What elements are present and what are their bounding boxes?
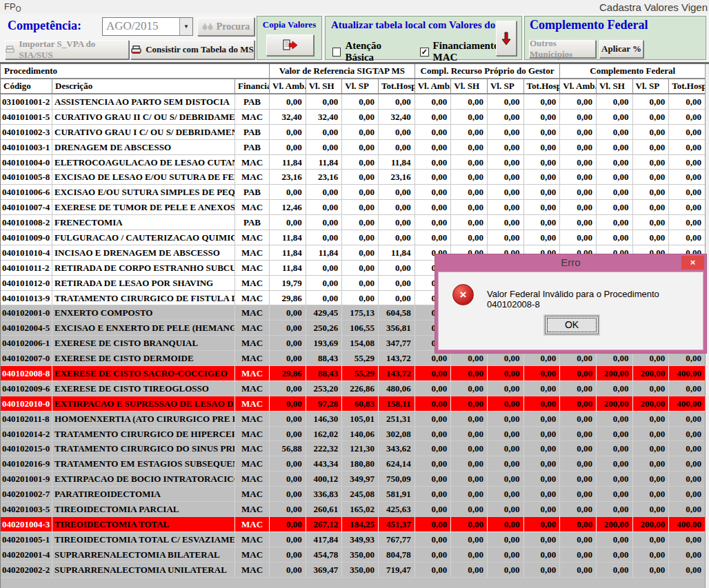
- cell-financiamento[interactable]: MAC: [235, 336, 270, 350]
- cell-valor[interactable]: 0,00: [415, 547, 452, 562]
- table-row[interactable]: 040101007-4EXERESE DE TUMOR DE PELE E AN…: [1, 200, 705, 215]
- cell-valor[interactable]: 0,00: [633, 427, 670, 441]
- cell-valor[interactable]: 0,00: [451, 230, 488, 245]
- cell-valor[interactable]: 0,00: [560, 396, 597, 411]
- cell-valor[interactable]: 0,00: [488, 110, 524, 124]
- cell-valor[interactable]: 0,00: [597, 487, 633, 501]
- cell-valor[interactable]: 162,02: [306, 427, 343, 441]
- cell-valor[interactable]: 0,00: [451, 170, 488, 184]
- cell-descricao[interactable]: EXERESE DE CISTO BRANQUIAL: [52, 336, 235, 350]
- cell-valor[interactable]: 0,00: [379, 185, 415, 199]
- cell-valor[interactable]: 0,00: [342, 110, 379, 124]
- cell-valor[interactable]: 29,86: [270, 366, 306, 381]
- cell-valor[interactable]: 480,06: [379, 381, 415, 396]
- cell-financiamento[interactable]: MAC: [235, 441, 270, 456]
- cell-valor[interactable]: 11,84: [379, 155, 415, 170]
- cell-valor[interactable]: 0,00: [270, 321, 306, 335]
- table-row[interactable]: 031001001-2ASSISTENCIA AO PARTO SEM DIST…: [1, 94, 705, 110]
- cell-valor[interactable]: 0,00: [342, 125, 379, 139]
- cell-valor[interactable]: 350,00: [342, 562, 379, 577]
- cell-financiamento[interactable]: MAC: [235, 170, 270, 184]
- cell-valor[interactable]: 0,00: [451, 547, 488, 562]
- cell-valor[interactable]: 222,32: [306, 441, 343, 456]
- cell-valor[interactable]: 719,47: [379, 562, 415, 577]
- cell-valor[interactable]: 0,00: [488, 230, 524, 245]
- checkbox-atencao-basica[interactable]: Atenção Básica: [332, 40, 409, 63]
- copia-valores-button[interactable]: [266, 34, 314, 56]
- cell-descricao[interactable]: EXERESE DE CISTO SACRO-COCCIGEO: [52, 366, 235, 381]
- cell-valor[interactable]: 0,00: [669, 155, 705, 170]
- cell-valor[interactable]: 0,00: [270, 215, 306, 230]
- cell-valor[interactable]: 0,00: [451, 412, 488, 426]
- cell-valor[interactable]: 0,00: [633, 502, 670, 516]
- cell-valor[interactable]: 0,00: [560, 562, 597, 577]
- cell-valor[interactable]: 0,00: [451, 110, 488, 124]
- table-row[interactable]: 040101003-1DRENAGEM DE ABSCESSOPAB0,000,…: [1, 140, 705, 155]
- cell-valor[interactable]: 0,00: [524, 110, 561, 124]
- cell-valor[interactable]: 0,00: [415, 456, 452, 471]
- cell-valor[interactable]: 0,00: [597, 412, 633, 426]
- cell-valor[interactable]: 251,31: [379, 412, 415, 426]
- cell-valor[interactable]: 0,00: [669, 427, 705, 441]
- cell-valor[interactable]: 143,72: [379, 351, 415, 365]
- cell-codigo[interactable]: 040202001-4: [1, 547, 52, 562]
- cell-valor[interactable]: 0,00: [597, 185, 633, 199]
- cell-valor[interactable]: 0,00: [633, 230, 670, 245]
- cell-financiamento[interactable]: MAC: [235, 276, 270, 290]
- cell-financiamento[interactable]: MAC: [235, 517, 270, 531]
- cell-valor[interactable]: 0,00: [669, 502, 705, 516]
- aplicar-percentual-button[interactable]: Aplicar %: [599, 40, 643, 58]
- cell-valor[interactable]: 400,00: [669, 366, 705, 381]
- cell-valor[interactable]: 0,00: [633, 215, 670, 230]
- cell-valor[interactable]: 200,00: [633, 366, 670, 381]
- cell-valor[interactable]: 0,00: [560, 517, 597, 531]
- cell-financiamento[interactable]: MAC: [235, 261, 270, 275]
- cell-valor[interactable]: 0,00: [488, 441, 524, 456]
- cell-valor[interactable]: 0,00: [342, 140, 379, 154]
- cell-valor[interactable]: 88,43: [306, 366, 343, 381]
- cell-valor[interactable]: 0,00: [669, 215, 705, 230]
- cell-codigo[interactable]: 040102016-9: [1, 456, 52, 471]
- cell-valor[interactable]: 0,00: [270, 412, 306, 426]
- cell-valor[interactable]: 0,00: [451, 472, 488, 486]
- cell-descricao[interactable]: EXCISAO E ENXERTO DE PELE (HEMANGIOMA, N: [52, 321, 235, 335]
- cell-valor[interactable]: 0,00: [415, 155, 452, 170]
- cell-codigo[interactable]: 040101009-0: [1, 230, 52, 245]
- cell-valor[interactable]: 165,02: [342, 502, 379, 516]
- cell-valor[interactable]: 260,61: [306, 502, 343, 516]
- cell-valor[interactable]: 0,00: [415, 562, 452, 577]
- cell-descricao[interactable]: EXTIRPACAO E SUPRESSAO DE LESAO DE PELE …: [52, 396, 235, 411]
- table-row[interactable]: 040202002-2SUPRARRENALECTOMIA UNILATERAL…: [1, 562, 705, 578]
- cell-valor[interactable]: 0,00: [560, 412, 597, 426]
- cell-valor[interactable]: 0,00: [597, 200, 633, 214]
- cell-valor[interactable]: 0,00: [633, 185, 670, 199]
- cell-valor[interactable]: 11,84: [306, 245, 343, 260]
- cell-descricao[interactable]: EXERESE DE CISTO TIREOGLOSSO: [52, 381, 235, 396]
- cell-codigo[interactable]: 040101004-0: [1, 155, 52, 170]
- cell-descricao[interactable]: CURATIVO GRAU II C/ OU S/ DEBRIDAMENTO: [52, 110, 235, 124]
- cell-valor[interactable]: 0,00: [597, 230, 633, 245]
- cell-valor[interactable]: 0,00: [669, 562, 705, 577]
- cell-valor[interactable]: 0,00: [415, 230, 452, 245]
- cell-valor[interactable]: 0,00: [560, 547, 597, 562]
- cell-descricao[interactable]: INCISAO E DRENAGEM DE ABSCESSO: [52, 245, 235, 260]
- cell-valor[interactable]: 0,00: [597, 502, 633, 516]
- cell-valor[interactable]: 0,00: [488, 215, 524, 230]
- cell-valor[interactable]: 0,00: [342, 170, 379, 184]
- cell-valor[interactable]: 0,00: [488, 381, 524, 396]
- cell-financiamento[interactable]: MAC: [235, 291, 270, 305]
- cell-financiamento[interactable]: PAB: [235, 140, 270, 154]
- cell-valor[interactable]: 200,00: [633, 396, 670, 411]
- cell-valor[interactable]: 0,00: [342, 185, 379, 199]
- cell-valor[interactable]: 0,00: [415, 532, 452, 547]
- cell-valor[interactable]: 0,00: [379, 140, 415, 154]
- cell-financiamento[interactable]: MAC: [235, 502, 270, 516]
- cell-valor[interactable]: 0,00: [342, 200, 379, 214]
- cell-valor[interactable]: 0,00: [633, 441, 670, 456]
- cell-valor[interactable]: 0,00: [488, 547, 524, 562]
- cell-codigo[interactable]: 040102015-0: [1, 441, 52, 456]
- cell-valor[interactable]: 0,00: [524, 200, 561, 214]
- cell-descricao[interactable]: EXCISAO E/OU SUTURA SIMPLES DE PEQUENAS: [52, 185, 235, 199]
- cell-valor[interactable]: 0,00: [379, 125, 415, 139]
- cell-valor[interactable]: 0,00: [415, 110, 452, 124]
